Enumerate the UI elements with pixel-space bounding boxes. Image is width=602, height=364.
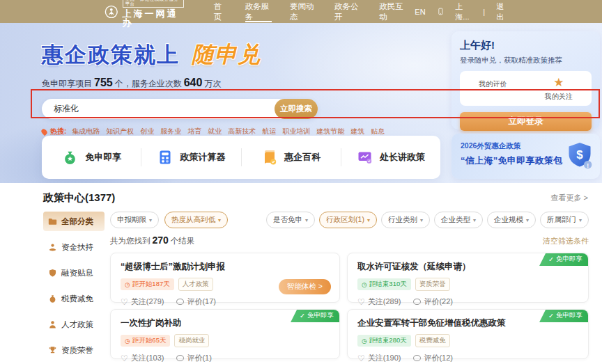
sidebar-item-talent-policy[interactable]: 人才政策 — [43, 315, 105, 334]
comment-stat[interactable]: 评价(1) — [176, 353, 211, 363]
sidebar-item-tax-relief[interactable]: 税费减免 — [43, 289, 105, 308]
hot-term[interactable]: 建筑节能 — [316, 127, 344, 136]
category-label: 税费减免 — [61, 294, 93, 304]
follow-stat[interactable]: ♡ 关注(279) — [121, 296, 164, 307]
hot-term[interactable]: 集成电路 — [72, 127, 100, 136]
category-tag: 税费减免 — [415, 334, 450, 347]
sidebar-item-qualification-honor[interactable]: 资质荣誉 — [43, 340, 105, 360]
quick-link-encyclopedia[interactable]: 惠企百科 — [242, 149, 341, 166]
filter-label: 是否免申 — [273, 215, 302, 225]
brand-name: 上海一网通办 — [123, 9, 184, 27]
hot-term[interactable]: 高新技术 — [228, 127, 256, 136]
follow-stat[interactable]: ♡ 关注(103) — [121, 353, 164, 363]
logout-link[interactable]: 退出 — [496, 1, 508, 22]
book-icon — [261, 149, 278, 166]
quick-link-label: 惠企百科 — [284, 151, 321, 164]
page: 全国一体化在线政务服务平台 上海一网通办 首页 政务服务 要闻动态 政务公开 政… — [0, 0, 602, 364]
my-reviews[interactable]: 我的评价 — [460, 77, 526, 102]
filter-enterprise-type[interactable]: 企业类型 ▾ — [434, 212, 483, 228]
nav-item-disclosure[interactable]: 政务公开 — [325, 0, 370, 23]
comment-count: 评价(17) — [187, 296, 216, 307]
phone-icon[interactable] — [437, 6, 445, 17]
promo-card[interactable]: 2026外贸惠企政策 “信上海”免申即享政策包 $ ! — [452, 134, 600, 179]
filter-sort-popularity[interactable]: 热度从高到低 ▾ — [164, 212, 228, 228]
hot-term[interactable]: 创业 — [140, 127, 154, 136]
brand[interactable]: 全国一体化在线政务服务平台 上海一网通办 — [105, 0, 184, 27]
sidebar-item-funding-support[interactable]: 资金扶持 — [43, 237, 105, 257]
hot-term[interactable]: 职业培训 — [282, 127, 310, 136]
hot-term[interactable]: 就业 — [208, 127, 222, 136]
filter-department[interactable]: 所属部门 ▾ — [540, 212, 589, 228]
comment-count: 评价(22) — [424, 296, 453, 307]
deadline-badge: ◷ 距开始187天 — [121, 278, 174, 290]
filter-enterprise-scale[interactable]: 企业规模 ▾ — [487, 212, 536, 228]
user-name[interactable]: 上海... — [455, 1, 472, 22]
hot-term[interactable]: 服务业 — [160, 127, 181, 136]
nav-item-services[interactable]: 政务服务 — [236, 0, 281, 23]
hero-title-orange: 随申兑 — [192, 42, 261, 67]
hot-term[interactable]: 贴息 — [371, 127, 385, 136]
search-input[interactable] — [42, 104, 275, 114]
check-icon: ✓ — [300, 312, 305, 319]
follow-stat[interactable]: ♡ 关注(289) — [357, 296, 401, 307]
hot-term[interactable]: 培育 — [187, 127, 201, 136]
policy-card[interactable]: ✓ 免申即享 企业安置军转干部免征增值税优惠政策 ◷ 距结束280天 税费减免 — [347, 309, 589, 359]
hero-title-blue: 惠企政策就上 — [42, 42, 180, 67]
heart-icon: ♡ — [357, 297, 365, 307]
view-more-link[interactable]: 查看更多 > — [551, 193, 588, 203]
policy-card[interactable]: ✓ 免申即享 一次性扩岗补助 ◷ 距开始65天 稳岗就业 — [110, 309, 340, 359]
quick-link-label: 政策计算器 — [180, 151, 225, 164]
free-badge-label: 免申即享 — [556, 255, 582, 264]
hero-title: 惠企政策就上 随申兑 — [42, 40, 440, 70]
filters-right: 是否免申 ▾ 行政区划(1) ▾ 行业类别 ▾ 企业类型 — [266, 212, 589, 228]
quick-link-director-policy[interactable]: 处长讲政策 — [341, 149, 440, 166]
policy-tags: ◷ 距结束310天 资质荣誉 — [357, 278, 578, 291]
quick-link-policy-calculator[interactable]: 政策计算器 — [141, 149, 240, 166]
nav-item-interaction[interactable]: 政民互动 — [370, 0, 415, 23]
login-button[interactable]: 立即登录 — [460, 112, 592, 131]
comment-stat[interactable]: 评价(12) — [413, 353, 453, 363]
category-tag: 人才政策 — [178, 278, 213, 291]
calculator-icon — [157, 149, 173, 166]
nav-item-news[interactable]: 要闻动态 — [281, 0, 325, 23]
comment-count: 评价(12) — [424, 353, 453, 363]
filter-bar: 申报期限 ▾ 热度从高到低 ▾ 是否免申 ▾ — [110, 212, 589, 228]
clear-filters-link[interactable]: 清空筛选条件 — [543, 236, 589, 246]
deadline-text: 距结束310天 — [369, 280, 407, 289]
policy-card[interactable]: “超级博士后”激励计划申报 ◷ 距开始187天 人才政策 ♡ 关注(279) — [110, 253, 340, 303]
filter-industry[interactable]: 行业类别 ▾ — [381, 212, 430, 228]
filter-district[interactable]: 行政区划(1) ▾ — [319, 212, 377, 228]
clock-icon: ◷ — [362, 338, 367, 345]
follow-count: 关注(279) — [131, 296, 164, 307]
seal-logo-icon — [105, 4, 118, 19]
follow-stat[interactable]: ♡ 关注(190) — [357, 353, 401, 363]
sidebar-item-all-categories[interactable]: 全部分类 — [43, 212, 105, 231]
policy-content: 申报期限 ▾ 热度从高到低 ▾ 是否免申 ▾ — [110, 212, 602, 364]
heart-icon: ♡ — [357, 354, 365, 363]
deadline-badge: ◷ 距结束280天 — [357, 335, 411, 347]
quick-link-free-enjoy[interactable]: 免申即享 — [42, 149, 141, 166]
heart-icon: ♡ — [121, 297, 128, 307]
sidebar-item-loan-discount[interactable]: 融资贴息 — [43, 263, 105, 283]
my-follows[interactable]: ★ 我的关注 — [526, 77, 592, 102]
lang-switch[interactable]: EN — [415, 8, 425, 16]
deadline-text: 距结束280天 — [369, 336, 407, 345]
filter-free-apply[interactable]: 是否免申 ▾ — [266, 212, 315, 228]
result-row: 共为您找到270个结果 清空筛选条件 — [110, 235, 589, 246]
policy-center-header: 政策中心(1377) 查看更多 > — [0, 183, 602, 205]
comment-bubble-icon — [413, 299, 421, 305]
free-enjoy-badge: ✓ 免申即享 — [539, 253, 588, 266]
nav-item-home[interactable]: 首页 — [205, 0, 236, 23]
filter-deadline[interactable]: 申报期限 ▾ — [110, 212, 159, 228]
comment-stat[interactable]: 评价(17) — [176, 296, 216, 307]
hot-term[interactable]: 知识产权 — [106, 127, 134, 136]
hot-term[interactable]: 航运 — [262, 127, 276, 136]
search-button[interactable]: 立即搜索 — [275, 99, 318, 119]
presentation-icon — [357, 149, 373, 166]
follow-count: 关注(103) — [131, 353, 164, 363]
comment-stat[interactable]: 评价(22) — [413, 296, 453, 307]
category-label: 全部分类 — [61, 216, 93, 227]
policy-card[interactable]: ✓ 免申即享 取水许可证核发（延续申请） ◷ 距结束310天 资质荣誉 — [347, 253, 589, 303]
hot-term[interactable]: 建筑 — [350, 127, 364, 136]
smart-check-button[interactable]: 智能体检 > — [279, 279, 331, 294]
